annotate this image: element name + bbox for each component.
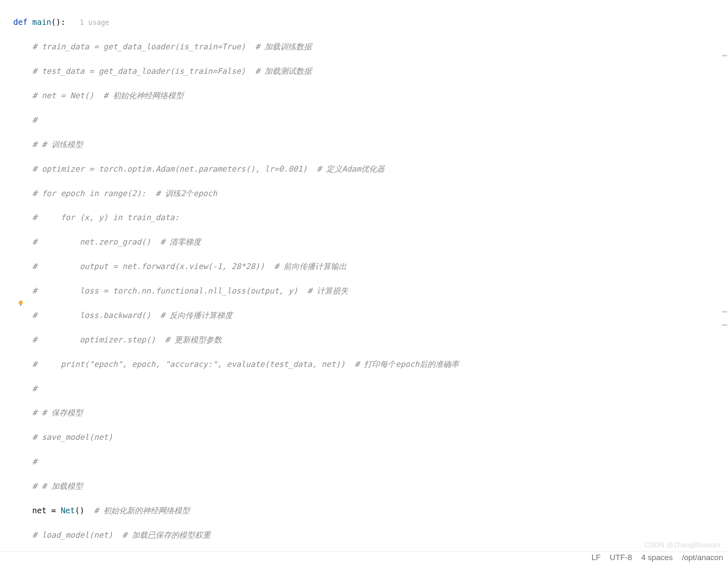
status-encoding[interactable]: UTF-8 xyxy=(610,551,632,563)
watermark-text: CSDN @ZhangBlossom xyxy=(644,540,721,551)
eq: = xyxy=(46,506,61,515)
comment: # net.zero_grad() # 清零梯度 xyxy=(32,237,201,246)
svg-point-0 xyxy=(19,301,23,305)
comment: # for epoch in range(2): # 训练2个epoch xyxy=(32,189,217,198)
comment: # test_data = get_data_loader(is_train=F… xyxy=(32,66,312,75)
status-interpreter[interactable]: /opt/anacon xyxy=(682,551,723,563)
svg-rect-1 xyxy=(20,304,22,306)
comment: # # 加载模型 xyxy=(32,481,83,490)
scrollbar-marker xyxy=(722,311,727,313)
comment: # train_data = get_data_loader(is_train=… xyxy=(32,42,312,51)
intention-bulb-icon[interactable] xyxy=(17,298,24,304)
comment: # output = net.forward(x.view(-1, 28*28)… xyxy=(32,262,347,271)
comment: # load_model(net) # 加载已保存的模型权重 xyxy=(32,530,211,539)
comment: # save_model(net) xyxy=(32,432,113,442)
variable: net xyxy=(32,506,46,515)
usage-hint[interactable]: 1 usage xyxy=(80,18,109,27)
comment: # loss.backward() # 反向传播计算梯度 xyxy=(32,311,233,320)
status-line-separator[interactable]: LF xyxy=(592,551,601,563)
comment: # print("epoch", epoch, "accuracy:", eva… xyxy=(32,359,459,369)
comment: # xyxy=(32,457,37,466)
scrollbar-marker xyxy=(722,55,727,56)
func-name: main xyxy=(32,17,51,27)
code-editor[interactable]: def main(): 1 usage # train_data = get_d… xyxy=(0,0,728,563)
comment: # 初始化新的神经网络模型 xyxy=(85,506,190,515)
scrollbar-vertical[interactable] xyxy=(722,0,727,563)
comment: # for (x, y) in train_data: xyxy=(32,213,180,222)
paren: (): xyxy=(51,17,66,27)
keyword-def: def xyxy=(13,17,32,27)
comment: # xyxy=(32,384,37,393)
comment: # xyxy=(32,115,37,124)
status-indent[interactable]: 4 spaces xyxy=(641,551,673,563)
comment: # # 训练模型 xyxy=(32,140,83,149)
comment: # optimizer = torch.optim.Adam(net.param… xyxy=(32,164,385,173)
scrollbar-marker xyxy=(722,324,727,326)
status-bar: LF UTF-8 4 spaces /opt/anacon xyxy=(0,551,728,563)
comment: # net = Net() # 初始化神经网络模型 xyxy=(32,91,184,100)
comment: # optimizer.step() # 更新模型参数 xyxy=(32,335,222,344)
paren: () xyxy=(75,506,85,515)
comment: # loss = torch.nn.functional.nll_loss(ou… xyxy=(32,286,348,295)
class-call: Net xyxy=(61,506,75,515)
comment: # # 保存模型 xyxy=(32,408,83,417)
